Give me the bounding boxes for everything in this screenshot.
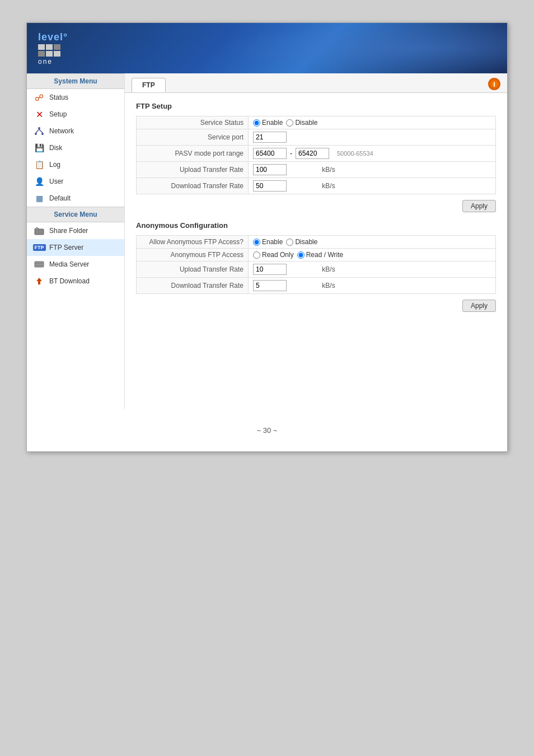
anon-upload-rate-label: Upload Transfer Rate	[137, 262, 249, 278]
upload-rate-label: Upload Transfer Rate	[137, 162, 249, 178]
download-rate-row: Download Transfer Rate kB/s	[137, 178, 496, 194]
ftp-service-status-row: Service Status Enable Disable	[137, 116, 496, 129]
sidebar-item-user[interactable]: 👤 User	[27, 173, 124, 190]
allow-anon-label: Allow Anonymous FTP Access?	[137, 236, 249, 249]
share-folder-icon	[34, 225, 45, 236]
apply-row-1: Apply	[136, 200, 496, 212]
sidebar-label-disk: Disk	[49, 144, 62, 152]
sidebar-label-status: Status	[49, 94, 68, 101]
service-port-input[interactable]	[253, 132, 287, 143]
pasv-port-row: PASV mode port range - 50000-65534	[137, 146, 496, 162]
download-rate-value: kB/s	[249, 178, 496, 194]
page-footer: ~ 30 ~	[27, 409, 507, 451]
default-icon: ▦	[34, 193, 45, 204]
anon-readwrite-text: Read / Write	[306, 251, 343, 259]
sidebar-item-disk[interactable]: 💾 Disk	[27, 139, 124, 156]
allow-anon-enable-label[interactable]: Enable	[253, 238, 283, 246]
svg-point-1	[35, 133, 37, 135]
apply-button-1[interactable]: Apply	[462, 200, 496, 212]
anon-upload-rate-row: Upload Transfer Rate kB/s	[137, 262, 496, 278]
sidebar-label-bt-download: BT Download	[49, 277, 90, 285]
sidebar-item-ftp-server[interactable]: FTP FTP Server	[27, 239, 124, 256]
logo-text: level°	[38, 31, 68, 43]
allow-anon-value: Enable Disable	[249, 236, 496, 249]
log-icon: 📋	[34, 159, 45, 170]
anon-ftp-access-row: Anonymous FTP Access Read Only Read / Wr…	[137, 249, 496, 262]
service-port-label: Service port	[137, 129, 249, 146]
anon-upload-rate-input[interactable]	[253, 264, 287, 275]
service-status-enable-radio[interactable]	[253, 119, 260, 127]
pasv-port-to-input[interactable]	[296, 148, 329, 159]
allow-anon-disable-radio[interactable]	[286, 239, 293, 246]
upload-rate-value: kB/s	[249, 162, 496, 178]
service-status-disable-text: Disable	[295, 119, 317, 127]
anon-download-rate-unit: kB/s	[288, 282, 335, 290]
svg-rect-5	[35, 229, 44, 235]
allow-anon-enable-text: Enable	[262, 238, 283, 246]
sidebar-label-network: Network	[49, 127, 74, 135]
download-rate-input[interactable]	[253, 180, 287, 192]
content-area: FTP i FTP Setup Service Status Enabl	[125, 73, 507, 409]
service-status-enable-label[interactable]: Enable	[253, 119, 283, 127]
sidebar-item-media-server[interactable]: Media Server	[27, 256, 124, 273]
allow-anon-row: Allow Anonymous FTP Access? Enable Disab…	[137, 236, 496, 249]
download-rate-label: Download Transfer Rate	[137, 178, 249, 194]
anon-readonly-radio[interactable]	[253, 251, 260, 259]
logo-area: level° one	[38, 31, 68, 66]
anon-config-table: Allow Anonymous FTP Access? Enable Disab…	[136, 235, 496, 294]
anon-readwrite-radio[interactable]	[297, 251, 305, 259]
sidebar-item-bt-download[interactable]: BT Download	[27, 273, 124, 290]
svg-point-0	[38, 127, 40, 129]
allow-anon-enable-radio[interactable]	[253, 239, 260, 246]
pasv-row-container: - 50000-65534	[253, 148, 491, 159]
anon-config-header: Anonymous Configuration	[136, 221, 496, 230]
ftp-service-status-value: Enable Disable	[249, 116, 496, 129]
svg-line-4	[39, 129, 43, 133]
tab-ftp[interactable]: FTP	[132, 78, 166, 92]
main-layout: System Menu ☍ Status ✕ Setup Network 💾 D…	[27, 73, 507, 409]
service-menu-title: Service Menu	[27, 207, 124, 222]
tab-bar-left: FTP	[132, 78, 166, 92]
download-rate-unit: kB/s	[288, 182, 335, 190]
user-icon: 👤	[34, 176, 45, 187]
sidebar: System Menu ☍ Status ✕ Setup Network 💾 D…	[27, 73, 125, 409]
sidebar-item-status[interactable]: ☍ Status	[27, 89, 124, 106]
allow-anon-disable-text: Disable	[295, 238, 317, 246]
service-status-enable-text: Enable	[262, 119, 283, 127]
pasv-port-from-input[interactable]	[253, 148, 287, 159]
sidebar-label-ftp-server: FTP Server	[49, 244, 83, 251]
ftp-setup-header: FTP Setup	[136, 102, 496, 110]
sidebar-label-log: Log	[49, 161, 60, 169]
service-status-disable-label[interactable]: Disable	[286, 119, 317, 127]
ftp-server-icon: FTP	[34, 242, 45, 253]
anon-readwrite-label[interactable]: Read / Write	[297, 251, 343, 259]
pasv-port-label: PASV mode port range	[137, 146, 249, 162]
upload-rate-input[interactable]	[253, 164, 287, 175]
help-icon[interactable]: i	[488, 78, 500, 90]
disk-icon: 💾	[34, 142, 45, 153]
anon-ftp-access-label: Anonymous FTP Access	[137, 249, 249, 262]
sidebar-item-setup[interactable]: ✕ Setup	[27, 106, 124, 123]
sidebar-label-setup: Setup	[49, 110, 67, 118]
svg-rect-6	[35, 262, 44, 267]
bt-download-icon	[34, 276, 45, 287]
service-status-disable-radio[interactable]	[286, 119, 293, 127]
network-icon	[34, 125, 45, 137]
upload-rate-row: Upload Transfer Rate kB/s	[137, 162, 496, 178]
anon-download-rate-input[interactable]	[253, 280, 287, 291]
anon-upload-rate-unit: kB/s	[288, 265, 335, 273]
allow-anon-disable-label[interactable]: Disable	[286, 238, 317, 246]
tab-bar: FTP i	[125, 73, 507, 93]
sidebar-label-user: User	[49, 178, 63, 185]
apply-button-2[interactable]: Apply	[462, 300, 496, 312]
sidebar-item-default[interactable]: ▦ Default	[27, 190, 124, 207]
content-inner: FTP Setup Service Status Enable	[125, 93, 507, 330]
sidebar-item-log[interactable]: 📋 Log	[27, 156, 124, 173]
media-server-icon	[34, 259, 45, 270]
sidebar-item-network[interactable]: Network	[27, 123, 124, 139]
system-menu-title: System Menu	[27, 73, 124, 89]
sidebar-item-share-folder[interactable]: Share Folder	[27, 222, 124, 239]
anon-readonly-label[interactable]: Read Only	[253, 251, 294, 259]
service-port-value	[249, 129, 496, 146]
pasv-port-value: - 50000-65534	[249, 146, 496, 162]
